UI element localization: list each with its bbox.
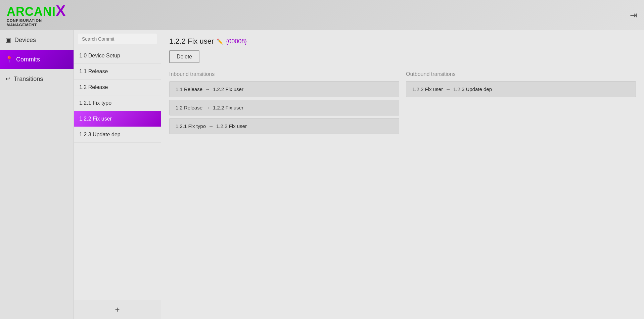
transitions-layout: Inbound transitions 1.1 Release → 1.2.2 … [169,71,636,137]
logo-sub2: MANAGEMENT [7,23,66,27]
outbound-arrow-0: → [446,86,451,92]
inbound-from-0: 1.1 Release [176,86,202,92]
sidebar-label-devices: Devices [14,37,36,44]
inbound-from-1: 1.2 Release [176,105,202,110]
inbound-header: Inbound transitions [169,71,399,77]
inbound-arrow-0: → [205,86,210,92]
sidebar-item-commits[interactable]: 📍 Commits [0,50,74,69]
inbound-arrow-2: → [209,123,214,129]
sidebar-label-commits: Commits [16,56,40,63]
logo-x: X [56,2,66,19]
commit-id: {00008} [226,38,247,45]
logo-sub1: CONFIGURATION [7,19,66,22]
commit-item-1-1[interactable]: 1.1 Release [74,64,161,80]
sidebar-label-transitions: Transitions [14,76,43,83]
sidebar: ▣ Devices 📍 Commits ↩ Transitions [0,30,74,319]
logo-arc: ARCANI [7,5,56,18]
content-area: 1.2.2 Fix user ✏️ {00008} Delete Inbound… [161,30,644,319]
commit-panel: 1.0 Device Setup 1.1 Release 1.2 Release… [74,30,161,319]
search-box [74,30,161,48]
outbound-transitions-col: Outbound transitions 1.2.2 Fix user → 1.… [406,71,636,137]
commit-item-1-2[interactable]: 1.2 Release [74,80,161,95]
edit-icon[interactable]: ✏️ [217,38,223,45]
header: ARCANIX CONFIGURATION MANAGEMENT ⇥ [0,0,644,30]
commit-list: 1.0 Device Setup 1.1 Release 1.2 Release… [74,48,161,300]
inbound-from-2: 1.2.1 Fix typo [176,123,206,129]
search-input[interactable] [78,34,157,44]
sidebar-item-devices[interactable]: ▣ Devices [0,30,74,50]
commit-item-1-2-3[interactable]: 1.2.3 Update dep [74,127,161,143]
outbound-header: Outbound transitions [406,71,636,77]
commit-item-1-2-1[interactable]: 1.2.1 Fix typo [74,95,161,111]
outbound-from-0: 1.2.2 Fix user [412,86,443,92]
commit-title-text: 1.2.2 Fix user [169,37,214,46]
inbound-to-2: 1.2.2 Fix user [216,123,247,129]
inbound-transition-1[interactable]: 1.2 Release → 1.2.2 Fix user [169,100,399,116]
sidebar-item-transitions[interactable]: ↩ Transitions [0,69,74,89]
devices-icon: ▣ [5,36,11,44]
commits-icon: 📍 [5,56,13,63]
logo-text: ARCANIX [7,3,66,18]
logo: ARCANIX CONFIGURATION MANAGEMENT [7,3,66,27]
inbound-arrow-1: → [205,105,210,110]
inbound-transition-0[interactable]: 1.1 Release → 1.2.2 Fix user [169,81,399,97]
delete-button[interactable]: Delete [169,50,199,63]
commit-title: 1.2.2 Fix user ✏️ {00008} [169,37,636,46]
commit-item-1-2-2[interactable]: 1.2.2 Fix user [74,111,161,127]
transitions-icon: ↩ [5,75,10,83]
main-layout: ▣ Devices 📍 Commits ↩ Transitions 1.0 De… [0,30,644,319]
commit-item-1-0[interactable]: 1.0 Device Setup [74,48,161,64]
outbound-transition-0[interactable]: 1.2.2 Fix user → 1.2.3 Update dep [406,81,636,97]
inbound-to-1: 1.2.2 Fix user [213,105,243,110]
logout-button[interactable]: ⇥ [630,10,637,20]
outbound-to-0: 1.2.3 Update dep [453,86,492,92]
inbound-transitions-col: Inbound transitions 1.1 Release → 1.2.2 … [169,71,399,137]
inbound-transition-2[interactable]: 1.2.1 Fix typo → 1.2.2 Fix user [169,118,399,134]
add-commit-button[interactable]: + [74,300,161,319]
inbound-to-0: 1.2.2 Fix user [213,86,243,92]
